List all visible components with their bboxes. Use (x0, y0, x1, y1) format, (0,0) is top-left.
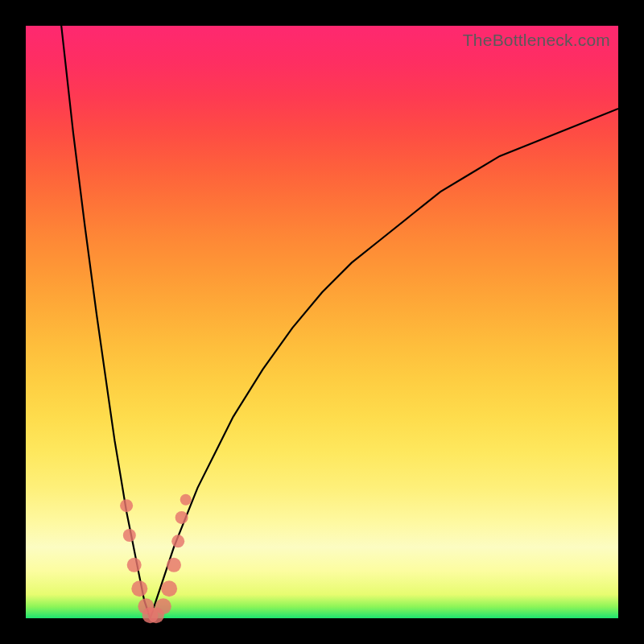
marker-dot (167, 558, 181, 572)
marker-dot (175, 511, 188, 524)
marker-dot (123, 529, 136, 542)
marker-dot (171, 535, 184, 547)
plot-area: TheBottleneck.com (26, 26, 618, 618)
curve-svg (26, 26, 618, 618)
curve-left (61, 26, 150, 618)
chart-frame: TheBottleneck.com (0, 0, 644, 644)
marker-dot (161, 580, 177, 597)
marker-dot (131, 580, 147, 597)
marker-dot (180, 494, 192, 506)
marker-dot (127, 558, 142, 572)
marker-dot (155, 598, 171, 614)
marker-group (120, 494, 192, 624)
curve-right (151, 109, 618, 618)
marker-dot (120, 499, 133, 512)
